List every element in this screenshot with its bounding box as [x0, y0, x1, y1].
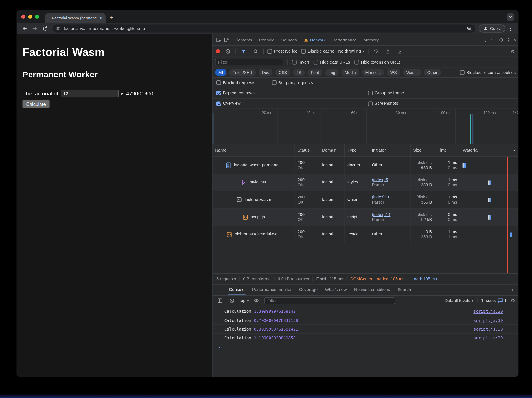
network-conditions-button[interactable]: [372, 47, 380, 55]
browser-menu-button[interactable]: ⋮: [506, 25, 515, 32]
network-overview-timeline[interactable]: 20 ms 40 ms 60 ms 80 ms 100 ms 120 ms 14…: [213, 109, 518, 144]
column-header-waterfall[interactable]: Waterfall▲: [460, 144, 518, 156]
chip-doc[interactable]: Doc: [259, 69, 273, 76]
timeline-left-handle[interactable]: [213, 113, 214, 144]
network-settings-gear-icon[interactable]: ⚙: [511, 49, 515, 54]
tab-sources[interactable]: Sources: [278, 34, 300, 45]
close-window-button[interactable]: [21, 15, 25, 19]
blocked-response-cookies-checkbox[interactable]: Blocked response cookies: [460, 70, 516, 75]
chip-font[interactable]: Font: [307, 69, 322, 76]
device-toolbar-button[interactable]: [223, 36, 231, 44]
hide-extension-urls-checkbox[interactable]: Hide extension URLs: [354, 60, 401, 65]
chip-img[interactable]: Img: [325, 69, 339, 76]
browser-tab[interactable]: ! Factorial Wasm (permanent W ×: [45, 13, 106, 23]
new-tab-button[interactable]: +: [110, 14, 113, 20]
initiator-link[interactable]: (index):14: [372, 212, 408, 217]
network-filter-input[interactable]: [215, 59, 283, 65]
factorial-input[interactable]: [61, 90, 118, 97]
tab-elements[interactable]: Elements: [231, 34, 256, 45]
column-header-name[interactable]: Name: [213, 144, 295, 156]
table-row[interactable]: factorial-wasm-permane... 200OK factori.…: [213, 157, 518, 174]
clear-console-button[interactable]: [228, 297, 236, 305]
column-header-size[interactable]: Size: [411, 144, 435, 156]
issues-link[interactable]: 1 Issue: 1: [481, 298, 507, 303]
column-header-type[interactable]: Type: [345, 144, 369, 156]
drawer-tab-network-conditions[interactable]: Network conditions: [351, 284, 394, 295]
filter-toggle-button[interactable]: [240, 47, 248, 55]
table-row[interactable]: blob:https://factorial-wa... 200OK facto…: [213, 226, 518, 243]
chip-fetch-xhr[interactable]: Fetch/XHR: [229, 69, 256, 76]
chip-css[interactable]: CSS: [275, 69, 290, 76]
minimize-window-button[interactable]: [28, 15, 32, 19]
blocked-requests-checkbox[interactable]: Blocked requests: [216, 80, 272, 85]
record-icon[interactable]: [216, 49, 220, 53]
close-drawer-button[interactable]: ×: [507, 287, 516, 292]
console-sidebar-toggle[interactable]: [216, 297, 224, 305]
address-bar[interactable]: factorial-wasm-permanent-worker.glitch.m…: [52, 25, 475, 33]
back-button[interactable]: [20, 24, 30, 33]
disable-cache-checkbox[interactable]: Disable cache: [301, 49, 334, 54]
overview-checkbox[interactable]: Overview: [216, 101, 368, 106]
calculate-button[interactable]: Calculate: [22, 100, 50, 108]
drawer-tab-whats-new[interactable]: What's new: [321, 284, 351, 295]
devtools-menu-button[interactable]: ⋮: [506, 37, 511, 43]
drawer-tab-search[interactable]: Search: [394, 284, 415, 295]
third-party-requests-checkbox[interactable]: 3rd-party requests: [272, 80, 313, 85]
reload-button[interactable]: [40, 24, 50, 33]
hide-data-urls-checkbox[interactable]: Hide data URLs: [314, 60, 350, 65]
column-header-initiator[interactable]: Initiator: [369, 144, 411, 156]
export-har-button[interactable]: [384, 47, 392, 55]
issues-counter[interactable]: 1: [484, 38, 493, 42]
gear-icon[interactable]: ⚙: [499, 37, 503, 42]
table-row[interactable]: WA factorial.wasm 200OK factori... wasm …: [213, 191, 518, 209]
source-link[interactable]: script.js:30: [473, 327, 503, 331]
import-har-button[interactable]: [396, 47, 404, 55]
tab-close-icon[interactable]: ×: [100, 16, 102, 20]
tab-network[interactable]: Network: [300, 34, 329, 45]
maximize-window-button[interactable]: [35, 15, 39, 19]
chip-wasm[interactable]: Wasm: [403, 69, 421, 76]
console-prompt[interactable]: >: [213, 342, 518, 350]
execution-context-select[interactable]: top ▾: [240, 298, 249, 303]
clear-network-log-button[interactable]: [224, 47, 232, 55]
preserve-log-checkbox[interactable]: Preserve log: [267, 49, 297, 54]
network-search-button[interactable]: [251, 47, 260, 55]
drawer-menu-button[interactable]: ⋮: [215, 287, 225, 292]
tab-performance[interactable]: Performance: [329, 34, 360, 45]
url-text[interactable]: factorial-wasm-permanent-worker.glitch.m…: [64, 26, 464, 31]
live-expression-button[interactable]: [252, 297, 260, 305]
source-link[interactable]: script.js:30: [473, 318, 503, 323]
table-row[interactable]: style.css 200OK factori... styles... (in…: [213, 174, 518, 191]
network-table-body[interactable]: factorial-wasm-permane... 200OK factori.…: [213, 157, 518, 273]
forward-button[interactable]: [30, 24, 40, 33]
chip-ws[interactable]: WS: [387, 69, 400, 76]
source-link[interactable]: script.js:30: [473, 309, 503, 314]
chip-other[interactable]: Other: [424, 69, 441, 76]
big-request-rows-checkbox[interactable]: Big request rows: [216, 91, 368, 95]
tab-console[interactable]: Console: [255, 34, 278, 45]
invert-checkbox[interactable]: Invert: [292, 60, 309, 65]
chip-js[interactable]: JS: [293, 69, 305, 76]
drawer-tab-console[interactable]: Console: [225, 284, 248, 295]
console-filter-input[interactable]: [264, 297, 395, 304]
group-by-frame-checkbox[interactable]: Group by frame: [368, 91, 404, 95]
tab-search-button[interactable]: [507, 13, 514, 21]
close-devtools-button[interactable]: ×: [514, 37, 516, 43]
log-levels-select[interactable]: Default levels ▾: [445, 298, 473, 303]
more-tabs-button[interactable]: »: [382, 37, 390, 43]
screenshots-checkbox[interactable]: Screenshots: [368, 101, 398, 106]
drawer-tab-performance-monitor[interactable]: Performance monitor: [248, 284, 295, 295]
initiator-link[interactable]: (index):5: [372, 177, 408, 183]
chip-manifest[interactable]: Manifest: [362, 69, 384, 76]
zoom-button[interactable]: [467, 26, 472, 31]
inspect-button[interactable]: [214, 36, 223, 44]
column-header-domain[interactable]: Domain: [319, 144, 345, 156]
tab-memory[interactable]: Memory: [360, 34, 382, 45]
console-settings-gear-icon[interactable]: ⚙: [511, 298, 515, 303]
initiator-link[interactable]: (index):10: [372, 194, 408, 200]
column-header-status[interactable]: Status: [295, 144, 319, 156]
throttling-select[interactable]: No throttling ▾: [338, 49, 364, 54]
chip-media[interactable]: Media: [341, 69, 359, 76]
source-link[interactable]: script.js:30: [473, 335, 503, 340]
chip-all[interactable]: All: [215, 69, 226, 76]
